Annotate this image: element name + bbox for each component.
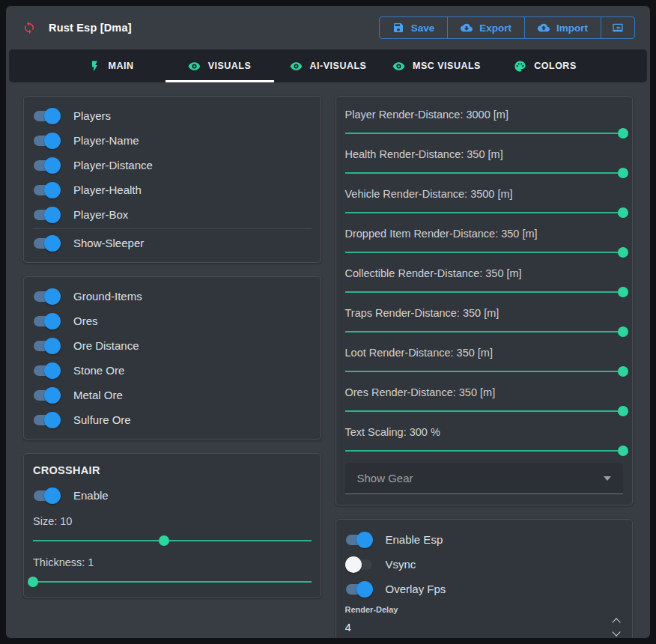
slider-track (345, 291, 624, 293)
ground-items-toggle[interactable] (33, 288, 61, 305)
sync-icon (22, 21, 36, 34)
toggle-row: Sulfure Ore (33, 407, 312, 432)
slider-knob[interactable] (618, 446, 628, 456)
overlay-fps-label: Overlay Fps (386, 583, 446, 595)
crosshair-thickness-slider[interactable] (33, 576, 312, 587)
render-delay-spinner (613, 618, 623, 637)
player-distance-toggle[interactable] (33, 157, 61, 174)
tab-bar: MAIN VISUALS AI-VISUALS MSC VISUALS COLO… (9, 49, 647, 82)
ores-toggle[interactable] (33, 313, 61, 329)
enable-esp-label: Enable Esp (386, 533, 443, 546)
toggle-row: Player-Box (33, 202, 312, 227)
slider-track (33, 581, 312, 583)
metal-ore-toggle[interactable] (33, 387, 61, 404)
crosshair-size-slider[interactable] (33, 535, 312, 546)
import-button[interactable]: Import (525, 17, 601, 38)
tab-colors-label: COLORS (534, 61, 576, 71)
enable-esp-toggle[interactable] (345, 532, 373, 548)
metal-ore-label: Metal Ore (73, 389, 123, 401)
sulfure-ore-toggle[interactable] (33, 412, 61, 428)
lightning-icon (88, 60, 101, 73)
toggle-row: Player-Distance (33, 153, 312, 177)
app-window: Rust Esp [Dma] Save Export Import MAIN (6, 6, 650, 638)
crosshair-size-label: Size: 10 (33, 508, 312, 527)
health-render-distance-label: Health Render-Distance: 350 [m] (345, 145, 624, 160)
tab-ai-visuals[interactable]: AI-VISUALS (274, 49, 383, 82)
tab-main[interactable]: MAIN (57, 49, 165, 82)
slider-knob[interactable] (618, 366, 628, 377)
text-scaling-label: Text Scaling: 300 % (345, 423, 624, 438)
sulfure-ore-label: Sulfure Ore (73, 413, 131, 426)
tab-msc-visuals-label: MSC VISUALS (413, 61, 481, 71)
save-button[interactable]: Save (380, 17, 449, 38)
collectible-render-distance-label: Collectible Render-Distance: 350 [m] (345, 264, 624, 279)
eye-icon (290, 60, 303, 73)
tab-visuals[interactable]: VISUALS (165, 49, 274, 82)
text-scaling-slider[interactable] (345, 445, 624, 456)
slider-knob[interactable] (618, 128, 628, 139)
player-name-label: Player-Name (73, 134, 139, 147)
slider-knob[interactable] (28, 577, 38, 587)
slider-knob[interactable] (618, 168, 628, 178)
vsync-toggle[interactable] (345, 556, 373, 573)
tab-colors[interactable]: COLORS (491, 49, 600, 82)
cloud-upload-icon (538, 22, 550, 34)
collectible-render-distance-slider[interactable] (345, 286, 624, 297)
health-render-distance-slider[interactable] (345, 167, 624, 178)
toggle-row: Enable Esp (345, 527, 624, 552)
settings-content: Players Player-Name Player-Distance Play… (6, 82, 650, 638)
ores-render-distance-slider[interactable] (345, 405, 624, 416)
player-box-toggle[interactable] (33, 207, 61, 223)
loot-render-distance-slider[interactable] (345, 365, 624, 377)
screen-share-button[interactable] (601, 17, 634, 38)
player-box-label: Player-Box (73, 208, 128, 221)
tab-msc-visuals[interactable]: MSC VISUALS (383, 49, 491, 82)
slider-knob[interactable] (618, 406, 628, 416)
esp-settings-card: Enable Esp Vsync Overlay Fps Render-Dela… (335, 519, 634, 638)
crosshair-enable-toggle[interactable] (33, 487, 61, 504)
dropped-item-render-distance-label: Dropped Item Render-Distance: 350 [m] (345, 225, 624, 240)
toggle-row: Player-Name (33, 128, 312, 153)
player-name-toggle[interactable] (33, 133, 61, 149)
slider-track (345, 212, 624, 213)
slider-knob[interactable] (618, 207, 628, 218)
slider-track (345, 331, 624, 332)
screen-share-icon (612, 22, 624, 34)
chevron-up-icon[interactable] (613, 618, 620, 625)
vehicle-render-distance-slider[interactable] (345, 207, 624, 218)
players-toggle[interactable] (33, 108, 61, 124)
ores-label: Ores (73, 315, 98, 327)
render-delay-input[interactable] (345, 621, 435, 634)
eye-icon (392, 60, 405, 73)
export-button[interactable]: Export (448, 17, 525, 38)
show-sleeper-toggle[interactable] (33, 235, 61, 252)
show-gear-select[interactable]: Show Gear (345, 463, 624, 494)
player-render-distance-label: Player Render-Distance: 3000 [m] (345, 106, 624, 121)
overlay-fps-toggle[interactable] (345, 581, 373, 598)
slider-knob[interactable] (618, 287, 628, 297)
chevron-down-icon[interactable] (613, 629, 620, 637)
stone-ore-toggle[interactable] (33, 362, 61, 379)
player-health-toggle[interactable] (33, 182, 61, 198)
slider-knob[interactable] (618, 326, 628, 337)
toggle-row: Overlay Fps (345, 577, 624, 601)
show-sleeper-label: Show-Sleeper (73, 237, 144, 249)
eye-icon (188, 60, 201, 73)
slider-knob[interactable] (159, 535, 169, 546)
export-label: Export (479, 22, 511, 34)
slider-knob[interactable] (618, 247, 628, 258)
player-health-label: Player-Health (73, 183, 142, 196)
crosshair-enable-label: Enable (73, 489, 109, 502)
import-label: Import (556, 22, 588, 34)
crosshair-title: CROSSHAIR (33, 461, 312, 483)
vsync-label: Vsync (386, 558, 416, 571)
traps-render-distance-slider[interactable] (345, 326, 624, 337)
dropped-item-render-distance-slider[interactable] (345, 246, 624, 258)
cloud-download-icon (461, 22, 473, 34)
app-title: Rust Esp [Dma] (49, 22, 132, 34)
crosshair-thickness-label: Thickness: 1 (33, 549, 312, 568)
ore-distance-toggle[interactable] (33, 338, 61, 354)
save-icon (392, 22, 404, 34)
player-render-distance-slider[interactable] (345, 127, 624, 139)
loot-render-distance-label: Loot Render-Distance: 350 [m] (345, 344, 624, 359)
